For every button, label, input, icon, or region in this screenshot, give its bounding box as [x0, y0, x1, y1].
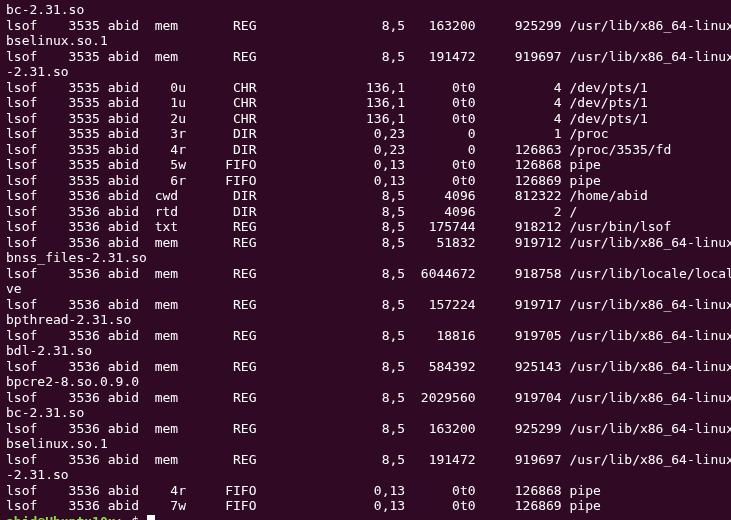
- prompt-line[interactable]: abid@Ubuntu10x:~$: [6, 514, 725, 521]
- cursor: [147, 515, 155, 521]
- prompt-symbol: $: [131, 514, 139, 521]
- prompt-user-host: abid@Ubuntu10x: [6, 514, 116, 521]
- terminal-output: bc-2.31.so lsof 3535 abid mem REG 8,5 16…: [6, 2, 725, 514]
